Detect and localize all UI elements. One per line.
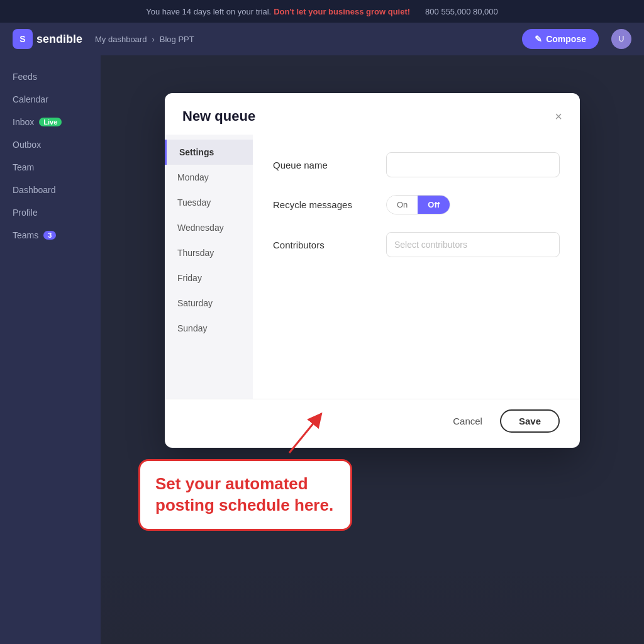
modal-nav: Settings Monday Tuesday Wednesday	[165, 135, 253, 399]
callout-box: Set your automated posting schedule here…	[138, 459, 352, 531]
sidebar-label-outbox: Outbox	[13, 140, 41, 150]
callout-text: Set your automated posting schedule here…	[155, 474, 333, 514]
modal-nav-friday[interactable]: Friday	[165, 265, 253, 291]
modal-title: New queue	[182, 108, 255, 125]
sidebar-item-outbox[interactable]: Outbox	[0, 133, 101, 156]
nav-dashboard[interactable]: My dashboard	[95, 35, 147, 44]
callout-area: Set your automated posting schedule here…	[138, 459, 352, 531]
app-body: Feeds Calendar Inbox Live Outbox Team Da…	[0, 55, 644, 644]
sidebar-item-teams[interactable]: Teams 3	[0, 224, 101, 247]
header-nav: My dashboard › Blog PPT	[95, 35, 194, 44]
sidebar-label-teams: Teams	[13, 230, 38, 240]
modal-new-queue: New queue × Settings Monday	[165, 93, 580, 448]
modal-nav-settings[interactable]: Settings	[165, 140, 253, 165]
contributors-input[interactable]: Select contributors	[386, 232, 560, 257]
save-button[interactable]: Save	[500, 409, 560, 433]
sidebar-label-calendar: Calendar	[13, 94, 48, 104]
queue-name-label: Queue name	[273, 160, 374, 170]
modal-nav-sunday[interactable]: Sunday	[165, 316, 253, 341]
modal-nav-saturday[interactable]: Saturday	[165, 291, 253, 316]
banner-text: You have 14 days left on your trial.	[146, 7, 271, 16]
sidebar-label-team: Team	[13, 162, 34, 172]
sidebar-item-feeds[interactable]: Feeds	[0, 65, 101, 88]
compose-button[interactable]: Compose	[522, 29, 599, 49]
modal-nav-tuesday[interactable]: Tuesday	[165, 190, 253, 215]
app-header: S sendible My dashboard › Blog PPT Compo…	[0, 23, 644, 55]
contributors-row: Contributors Select contributors	[273, 232, 560, 257]
sidebar-item-calendar[interactable]: Calendar	[0, 88, 101, 111]
contributors-label: Contributors	[273, 240, 374, 250]
logo-icon: S	[13, 29, 33, 49]
banner-phone: 800 555,000 80,000	[425, 7, 498, 16]
modal-close-button[interactable]: ×	[555, 110, 562, 123]
logo-text: sendible	[36, 33, 82, 46]
queue-name-row: Queue name	[273, 152, 560, 177]
app-background: You have 14 days left on your trial. Don…	[0, 0, 644, 644]
teams-badge: 3	[43, 231, 56, 240]
app-logo: S sendible	[13, 29, 82, 49]
toggle-on[interactable]: On	[387, 196, 418, 214]
main-content: New queue × Settings Monday	[101, 55, 644, 644]
modal-body: Settings Monday Tuesday Wednesday	[165, 135, 580, 399]
avatar[interactable]: U	[611, 29, 631, 49]
modal-nav-thursday[interactable]: Thursday	[165, 240, 253, 265]
sidebar-label-dashboard: Dashboard	[13, 185, 56, 195]
sidebar-label-feeds: Feeds	[13, 72, 37, 82]
modal-header: New queue ×	[165, 93, 580, 135]
sidebar-item-profile[interactable]: Profile	[0, 201, 101, 224]
recycle-label: Recycle messages	[273, 199, 374, 210]
modal-footer: Cancel Save	[165, 399, 580, 448]
svg-line-0	[289, 418, 318, 453]
contributors-placeholder: Select contributors	[394, 240, 467, 250]
modal-overlay: New queue × Settings Monday	[101, 55, 644, 644]
sidebar-label-inbox: Inbox	[13, 117, 34, 127]
sidebar-item-team[interactable]: Team	[0, 156, 101, 179]
cancel-button[interactable]: Cancel	[443, 411, 492, 431]
modal-nav-wednesday[interactable]: Wednesday	[165, 215, 253, 240]
banner-cta: Don't let your business grow quiet!	[274, 7, 410, 16]
sidebar: Feeds Calendar Inbox Live Outbox Team Da…	[0, 55, 101, 644]
sidebar-item-inbox[interactable]: Inbox Live	[0, 111, 101, 133]
nav-blog[interactable]: Blog PPT	[160, 35, 194, 44]
recycle-toggle[interactable]: On Off	[386, 195, 450, 214]
nav-separator: ›	[152, 35, 154, 44]
modal-nav-monday[interactable]: Monday	[165, 165, 253, 190]
top-banner: You have 14 days left on your trial. Don…	[0, 0, 644, 23]
queue-name-input[interactable]	[386, 152, 560, 177]
annotation-arrow	[283, 409, 333, 462]
sidebar-item-dashboard[interactable]: Dashboard	[0, 179, 101, 201]
modal-form: Queue name Recycle messages On	[253, 135, 580, 399]
toggle-off[interactable]: Off	[418, 196, 450, 214]
inbox-badge: Live	[39, 118, 62, 126]
sidebar-label-profile: Profile	[13, 208, 38, 218]
recycle-row: Recycle messages On Off	[273, 195, 560, 214]
